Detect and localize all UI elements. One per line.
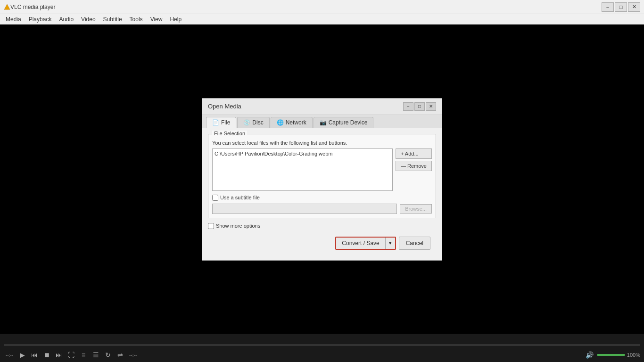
progress-bar[interactable] (4, 344, 640, 346)
capture-tab-icon: 📷 (320, 119, 327, 126)
menu-bar: Media Playback Audio Video Subtitle Tool… (0, 14, 644, 25)
volume-area: 🔊 100% (585, 350, 640, 360)
subtitle-input[interactable] (212, 204, 397, 214)
remove-button[interactable]: — Remove (396, 161, 432, 171)
disc-tab-label: Disc (252, 119, 263, 126)
volume-slider[interactable] (597, 354, 625, 356)
loop-button[interactable]: ↻ (103, 350, 113, 360)
file-selection-description: You can select local files with the foll… (212, 140, 432, 146)
dialog-overlay: Open Media − □ ✕ 📄 File 💿 Disc 🌐 Network (0, 25, 644, 334)
dialog-close-button[interactable]: ✕ (426, 102, 436, 111)
menu-view[interactable]: View (147, 15, 166, 24)
maximize-button[interactable]: □ (615, 2, 627, 12)
volume-label: 100% (627, 352, 640, 358)
file-list-buttons: + Add... — Remove (396, 148, 432, 191)
shuffle-button[interactable]: ⇌ (115, 350, 125, 360)
dialog-title: Open Media (208, 103, 241, 110)
file-list-box[interactable]: C:\Users\HP Pavilion\Desktop\Color-Gradi… (212, 148, 393, 191)
minimize-button[interactable]: − (602, 2, 614, 12)
volume-icon[interactable]: 🔊 (585, 350, 595, 360)
svg-rect-1 (6, 7, 8, 9)
add-button[interactable]: + Add... (396, 148, 432, 159)
file-selection-group: File Selection You can select local file… (208, 134, 436, 218)
dialog-tabs: 📄 File 💿 Disc 🌐 Network 📷 Capture Device (202, 115, 442, 128)
tab-file[interactable]: 📄 File (206, 117, 236, 128)
subtitle-row: Use a subtitle file (212, 195, 432, 201)
menu-media[interactable]: Media (2, 15, 25, 24)
close-button[interactable]: ✕ (628, 2, 640, 12)
playlist-button[interactable]: ☰ (91, 350, 101, 360)
file-tab-label: File (221, 119, 230, 126)
capture-tab-label: Capture Device (329, 119, 368, 126)
network-tab-icon: 🌐 (277, 119, 284, 126)
vlc-icon (4, 4, 10, 10)
file-tab-icon: 📄 (212, 119, 219, 126)
open-media-dialog: Open Media − □ ✕ 📄 File 💿 Disc 🌐 Network (202, 98, 442, 261)
convert-save-dropdown-button[interactable]: ▼ (386, 238, 395, 249)
menu-subtitle[interactable]: Subtitle (99, 15, 126, 24)
file-path: C:\Users\HP Pavilion\Desktop\Color-Gradi… (215, 151, 332, 156)
dialog-minimize-button[interactable]: − (403, 102, 413, 111)
menu-playback[interactable]: Playback (25, 15, 56, 24)
dialog-content: File Selection You can select local file… (202, 128, 442, 260)
file-list-area: C:\Users\HP Pavilion\Desktop\Color-Gradi… (212, 148, 432, 191)
subtitle-input-row: Browse... (212, 204, 432, 214)
app-title: VLC media player (10, 4, 602, 10)
prev-button[interactable]: ⏮ (29, 350, 40, 360)
play-button[interactable]: ▶ (17, 350, 27, 360)
subtitle-checkbox[interactable] (212, 195, 218, 201)
dialog-title-controls: − □ ✕ (403, 102, 436, 111)
tab-disc[interactable]: 💿 Disc (237, 117, 269, 128)
menu-video[interactable]: Video (77, 15, 99, 24)
controls-row: --:-- ▶ ⏮ ⏹ ⏭ ⛶ ≡ ☰ ↻ ⇌ --:-- 🔊 100% (0, 348, 644, 362)
bottom-bar: --:-- ▶ ⏮ ⏹ ⏭ ⛶ ≡ ☰ ↻ ⇌ --:-- 🔊 100% (0, 334, 644, 362)
cancel-button[interactable]: Cancel (399, 237, 430, 250)
dialog-buttons: Convert / Save ▼ Cancel (208, 234, 436, 255)
next-button[interactable]: ⏭ (54, 350, 64, 360)
time-left: --:-- (6, 353, 13, 358)
convert-save-wrapper: Convert / Save ▼ (335, 237, 396, 250)
show-more-row: Show more options (208, 223, 436, 229)
extended-button[interactable]: ≡ (78, 350, 89, 360)
dialog-maximize-button[interactable]: □ (414, 102, 425, 111)
disc-tab-icon: 💿 (243, 119, 250, 126)
convert-save-button[interactable]: Convert / Save (336, 238, 385, 249)
show-more-text: Show more options (216, 223, 260, 229)
dialog-title-bar: Open Media − □ ✕ (202, 99, 442, 115)
file-selection-label: File Selection (212, 131, 247, 136)
show-more-label[interactable]: Show more options (208, 223, 260, 229)
menu-help[interactable]: Help (166, 15, 185, 24)
show-more-checkbox[interactable] (208, 223, 214, 229)
subtitle-label-text: Use a subtitle file (220, 195, 260, 200)
subtitle-checkbox-label[interactable]: Use a subtitle file (212, 195, 260, 201)
time-right: --:-- (129, 353, 137, 358)
network-tab-label: Network (286, 119, 306, 126)
tab-network[interactable]: 🌐 Network (271, 117, 313, 128)
dialog-title-label: Open Media (208, 103, 241, 110)
title-bar-controls: − □ ✕ (602, 2, 640, 12)
tab-capture[interactable]: 📷 Capture Device (314, 117, 374, 128)
menu-audio[interactable]: Audio (55, 15, 77, 24)
fullscreen-button[interactable]: ⛶ (66, 350, 76, 360)
title-bar: VLC media player − □ ✕ (0, 0, 644, 14)
menu-tools[interactable]: Tools (126, 15, 147, 24)
browse-button[interactable]: Browse... (400, 204, 432, 214)
stop-button[interactable]: ⏹ (41, 350, 52, 360)
